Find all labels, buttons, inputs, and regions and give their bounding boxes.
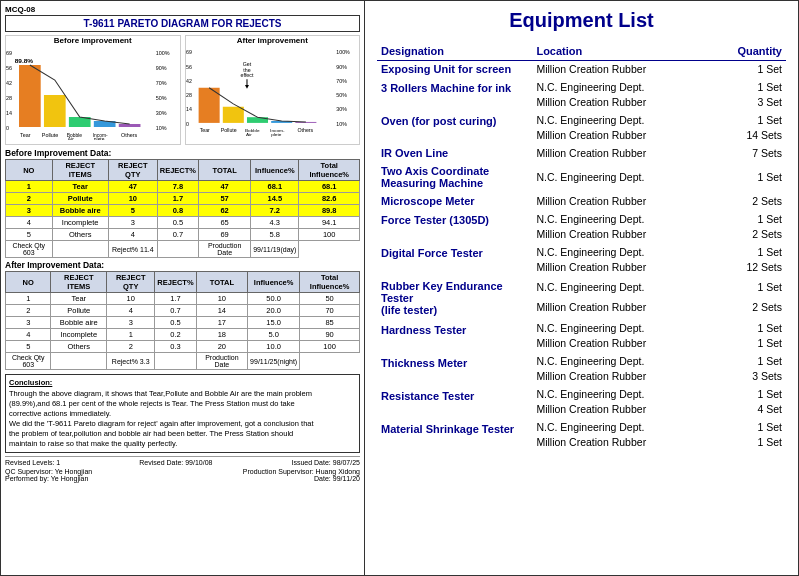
table-cell: 68.1 xyxy=(299,181,360,193)
quantity-cell: 1 Set xyxy=(704,163,786,190)
table-cell: 0.3 xyxy=(155,341,196,353)
before-improvement-label: Before Improvement Data: xyxy=(5,148,360,158)
location-cell: Million Creation Rubber xyxy=(532,145,704,160)
table-cell: Incomplete xyxy=(52,217,108,229)
location-cell: Million Creation Rubber xyxy=(532,297,704,317)
svg-rect-13 xyxy=(44,95,66,127)
check-cell xyxy=(155,353,196,370)
col-influence: Influence% xyxy=(248,272,300,293)
svg-text:90%: 90% xyxy=(336,64,347,70)
location-cell: N.C. Engineering Dept. xyxy=(532,79,704,94)
table-cell: 1 xyxy=(107,329,155,341)
table-cell: 5 xyxy=(108,205,157,217)
check-cell: Production Date xyxy=(199,241,251,258)
table-cell: 20 xyxy=(196,341,248,353)
table-cell: 3 xyxy=(6,205,53,217)
table-row: Material Shrinkage TesterN.C. Engineerin… xyxy=(377,420,786,435)
equipment-title: Equipment List xyxy=(377,9,786,32)
table-cell: 68.1 xyxy=(251,181,299,193)
svg-text:42: 42 xyxy=(6,80,12,86)
conclusion-line: corrective actions immediately. xyxy=(9,409,356,418)
col-reject-qty: REJECT QTY xyxy=(107,272,155,293)
table-cell: 5.0 xyxy=(248,329,300,341)
table-cell: 1.7 xyxy=(155,293,196,305)
table-cell: Others xyxy=(52,229,108,241)
quantity-cell: 7 Sets xyxy=(704,145,786,160)
table-cell: 7.2 xyxy=(251,205,299,217)
table-cell: 62 xyxy=(199,205,251,217)
check-cell: Reject% 11.4 xyxy=(108,241,157,258)
designation-cell: Rubber Key Endurance Tester (life tester… xyxy=(377,277,532,318)
table-cell: 0.5 xyxy=(155,317,196,329)
svg-text:30%: 30% xyxy=(156,110,167,116)
table-cell: 85 xyxy=(300,317,360,329)
designation-cell: Thickness Meter xyxy=(377,354,532,384)
table-cell: 50 xyxy=(300,293,360,305)
before-data-table: NO REJECT ITEMS REJECT QTY REJECT% TOTAL… xyxy=(5,159,360,258)
table-cell: 0.2 xyxy=(155,329,196,341)
table-row: 3 Rollers Machine for inkN.C. Engineerin… xyxy=(377,79,786,94)
table-cell: 3 xyxy=(6,317,51,329)
table-cell: 0.7 xyxy=(157,229,198,241)
diagram-title: T-9611 PARETO DIAGRAM FOR REJECTS xyxy=(5,15,360,32)
table-cell: 50.0 xyxy=(248,293,300,305)
left-panel: MCQ-08 T-9611 PARETO DIAGRAM FOR REJECTS… xyxy=(0,0,365,576)
svg-text:Tear: Tear xyxy=(199,128,210,134)
table-cell: 89.8 xyxy=(299,205,360,217)
table-cell: 69 xyxy=(199,229,251,241)
table-cell: Tear xyxy=(51,293,107,305)
location-cell: N.C. Engineering Dept. xyxy=(532,354,704,369)
svg-text:14: 14 xyxy=(6,110,12,116)
table-cell: 94.1 xyxy=(299,217,360,229)
col-designation: Designation xyxy=(377,42,532,61)
check-cell xyxy=(52,241,108,258)
table-cell: 0.8 xyxy=(157,205,198,217)
svg-text:plete: plete xyxy=(271,132,282,137)
table-row: Two Axis Coordinate Measuring MachineN.C… xyxy=(377,163,786,190)
location-cell: N.C. Engineering Dept. xyxy=(532,277,704,297)
location-cell: N.C. Engineering Dept. xyxy=(532,211,704,226)
location-cell: Million Creation Rubber xyxy=(532,61,704,77)
table-cell: 90 xyxy=(300,329,360,341)
check-cell: Check Qty 603 xyxy=(6,353,51,370)
col-total: TOTAL xyxy=(199,160,251,181)
designation-cell: Microscope Meter xyxy=(377,193,532,208)
table-row: Digital Force TesterN.C. Engineering Dep… xyxy=(377,244,786,259)
quantity-cell: 1 Set xyxy=(704,420,786,435)
svg-text:56: 56 xyxy=(6,65,12,71)
date-sig: Date: 99/11/20 xyxy=(314,475,360,482)
before-chart: Before improvement 69 56 42 28 14 0 100%… xyxy=(5,35,181,145)
table-cell: 18 xyxy=(196,329,248,341)
designation-cell: Digital Force Tester xyxy=(377,244,532,274)
svg-rect-16 xyxy=(119,124,141,127)
table-cell: Pollute xyxy=(51,305,107,317)
svg-text:plete: plete xyxy=(94,137,105,140)
quantity-cell: 1 Set xyxy=(704,211,786,226)
table-cell: 1.7 xyxy=(157,193,198,205)
table-cell: 5.8 xyxy=(251,229,299,241)
location-cell: Million Creation Rubber xyxy=(532,226,704,241)
col-total-influence: Total Influence% xyxy=(299,160,360,181)
location-cell: Million Creation Rubber xyxy=(532,193,704,208)
designation-cell: IR Oven Line xyxy=(377,145,532,160)
svg-text:Others: Others xyxy=(297,128,313,134)
table-cell: 20.0 xyxy=(248,305,300,317)
svg-text:89.8%: 89.8% xyxy=(15,57,34,64)
revised-date: Revised Date: 99/10/08 xyxy=(139,459,212,466)
svg-text:70%: 70% xyxy=(156,80,167,86)
col-reject-qty: REJECT QTY xyxy=(108,160,157,181)
quantity-cell: 1 Set xyxy=(704,435,786,450)
after-data-table: NO REJECT ITEMS REJECT QTY REJECT% TOTAL… xyxy=(5,271,360,370)
table-cell: 5 xyxy=(6,341,51,353)
quantity-cell: 3 Sets xyxy=(704,369,786,384)
after-chart-inner: 69 56 42 28 14 0 100% 90% 70% 50% 30% 10… xyxy=(186,45,360,140)
location-cell: N.C. Engineering Dept. xyxy=(532,112,704,127)
table-cell: 10.0 xyxy=(248,341,300,353)
table-cell: 10 xyxy=(107,293,155,305)
footer-sig: QC Supervisor: Ye Hongjian Production Su… xyxy=(5,468,360,482)
designation-cell: 3 Rollers Machine for ink xyxy=(377,79,532,109)
table-cell: Others xyxy=(51,341,107,353)
col-total: TOTAL xyxy=(196,272,248,293)
table-cell: 2 xyxy=(6,305,51,317)
table-cell: 4 xyxy=(107,305,155,317)
